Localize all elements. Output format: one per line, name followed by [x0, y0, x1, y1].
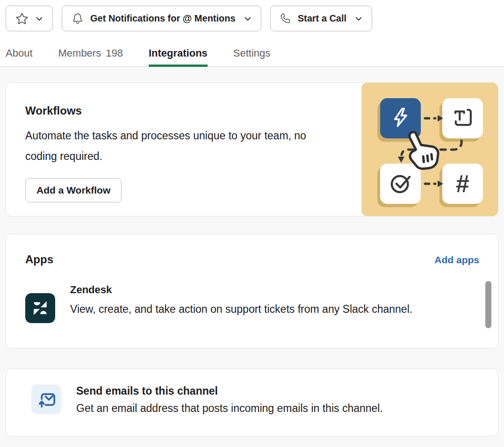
tab-integrations[interactable]: Integrations [149, 45, 208, 66]
app-list-item-zendesk[interactable]: Zendesk View, create, and take action on… [25, 281, 479, 323]
toolbar: Get Notifications for @ Mentions Start a… [0, 0, 504, 31]
send-emails-title: Send emails to this channel [76, 385, 383, 397]
notifications-button[interactable]: Get Notifications for @ Mentions [62, 6, 261, 31]
zendesk-logo-icon [25, 293, 55, 323]
add-apps-link[interactable]: Add apps [434, 254, 479, 266]
email-in-icon [31, 384, 61, 414]
chevron-down-icon [354, 14, 363, 23]
star-channel-button[interactable] [6, 6, 53, 31]
apps-scroll-region[interactable]: Zendesk View, create, and take action on… [25, 281, 479, 330]
apps-card: Apps Add apps Zendesk View, create, and … [6, 234, 498, 348]
add-workflow-button[interactable]: Add a Workflow [25, 178, 122, 202]
workflows-illustration: # [361, 83, 498, 216]
workflows-title: Workflows [25, 104, 324, 117]
send-emails-description: Get an email address that posts incoming… [76, 402, 383, 415]
start-call-button[interactable]: Start a Call [270, 6, 372, 31]
app-description: View, create, and take action on support… [70, 299, 463, 319]
start-call-button-label: Start a Call [298, 13, 346, 24]
app-name: Zendesk [70, 284, 463, 296]
notifications-button-label: Get Notifications for @ Mentions [90, 13, 236, 24]
tab-members[interactable]: Members198 [58, 45, 123, 66]
tab-about[interactable]: About [6, 45, 33, 66]
phone-icon [280, 13, 292, 25]
apps-title: Apps [25, 253, 53, 266]
workflows-card: Workflows Automate the tasks and process… [6, 82, 498, 216]
send-emails-card[interactable]: Send emails to this channel Get an email… [6, 368, 498, 436]
star-icon [15, 12, 29, 26]
channel-details-header: Get Notifications for @ Mentions Start a… [0, 0, 504, 67]
apps-scrollbar-thumb[interactable] [485, 281, 491, 328]
bell-icon [71, 12, 84, 25]
members-count: 198 [106, 47, 123, 59]
tab-bar: About Members198 Integrations Settings [0, 45, 504, 67]
cursor-hand-icon [395, 124, 448, 178]
chevron-down-icon [244, 14, 252, 23]
integrations-panel: Workflows Automate the tasks and process… [0, 67, 504, 436]
tab-settings[interactable]: Settings [233, 45, 271, 66]
chevron-down-icon [35, 14, 43, 23]
workflows-description: Automate the tasks and processes unique … [25, 125, 324, 166]
